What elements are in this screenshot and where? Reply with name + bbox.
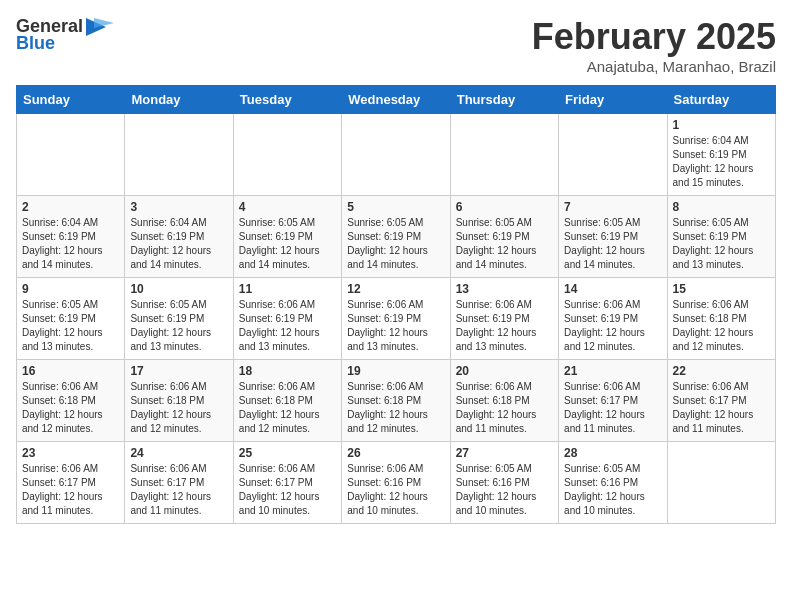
calendar-day-cell: 16Sunrise: 6:06 AM Sunset: 6:18 PM Dayli… — [17, 360, 125, 442]
day-info: Sunrise: 6:06 AM Sunset: 6:17 PM Dayligh… — [239, 462, 336, 518]
day-info: Sunrise: 6:06 AM Sunset: 6:19 PM Dayligh… — [564, 298, 661, 354]
calendar-day-cell: 24Sunrise: 6:06 AM Sunset: 6:17 PM Dayli… — [125, 442, 233, 524]
day-info: Sunrise: 6:06 AM Sunset: 6:18 PM Dayligh… — [239, 380, 336, 436]
day-info: Sunrise: 6:04 AM Sunset: 6:19 PM Dayligh… — [22, 216, 119, 272]
calendar-day-cell: 15Sunrise: 6:06 AM Sunset: 6:18 PM Dayli… — [667, 278, 775, 360]
day-info: Sunrise: 6:05 AM Sunset: 6:16 PM Dayligh… — [564, 462, 661, 518]
location-text: Anajatuba, Maranhao, Brazil — [532, 58, 776, 75]
weekday-header-friday: Friday — [559, 86, 667, 114]
calendar-day-cell: 20Sunrise: 6:06 AM Sunset: 6:18 PM Dayli… — [450, 360, 558, 442]
calendar-day-cell: 6Sunrise: 6:05 AM Sunset: 6:19 PM Daylig… — [450, 196, 558, 278]
calendar-day-cell: 18Sunrise: 6:06 AM Sunset: 6:18 PM Dayli… — [233, 360, 341, 442]
day-number: 13 — [456, 282, 553, 296]
calendar-day-cell: 3Sunrise: 6:04 AM Sunset: 6:19 PM Daylig… — [125, 196, 233, 278]
calendar-header: SundayMondayTuesdayWednesdayThursdayFrid… — [17, 86, 776, 114]
day-number: 25 — [239, 446, 336, 460]
day-number: 12 — [347, 282, 444, 296]
day-info: Sunrise: 6:06 AM Sunset: 6:16 PM Dayligh… — [347, 462, 444, 518]
calendar-empty-cell — [559, 114, 667, 196]
day-number: 10 — [130, 282, 227, 296]
day-info: Sunrise: 6:06 AM Sunset: 6:19 PM Dayligh… — [239, 298, 336, 354]
weekday-header-sunday: Sunday — [17, 86, 125, 114]
calendar-day-cell: 12Sunrise: 6:06 AM Sunset: 6:19 PM Dayli… — [342, 278, 450, 360]
calendar-day-cell: 11Sunrise: 6:06 AM Sunset: 6:19 PM Dayli… — [233, 278, 341, 360]
calendar-day-cell: 4Sunrise: 6:05 AM Sunset: 6:19 PM Daylig… — [233, 196, 341, 278]
day-number: 3 — [130, 200, 227, 214]
day-info: Sunrise: 6:06 AM Sunset: 6:18 PM Dayligh… — [456, 380, 553, 436]
day-info: Sunrise: 6:06 AM Sunset: 6:18 PM Dayligh… — [347, 380, 444, 436]
logo-flag-icon — [86, 18, 114, 36]
day-info: Sunrise: 6:06 AM Sunset: 6:18 PM Dayligh… — [130, 380, 227, 436]
calendar-week-row: 1Sunrise: 6:04 AM Sunset: 6:19 PM Daylig… — [17, 114, 776, 196]
day-info: Sunrise: 6:06 AM Sunset: 6:17 PM Dayligh… — [564, 380, 661, 436]
day-info: Sunrise: 6:05 AM Sunset: 6:19 PM Dayligh… — [347, 216, 444, 272]
title-section: February 2025 Anajatuba, Maranhao, Brazi… — [532, 16, 776, 75]
day-info: Sunrise: 6:05 AM Sunset: 6:19 PM Dayligh… — [564, 216, 661, 272]
day-number: 23 — [22, 446, 119, 460]
calendar-day-cell: 27Sunrise: 6:05 AM Sunset: 6:16 PM Dayli… — [450, 442, 558, 524]
page-header: General Blue February 2025 Anajatuba, Ma… — [16, 16, 776, 75]
day-info: Sunrise: 6:06 AM Sunset: 6:19 PM Dayligh… — [347, 298, 444, 354]
day-number: 9 — [22, 282, 119, 296]
day-number: 26 — [347, 446, 444, 460]
calendar-day-cell: 10Sunrise: 6:05 AM Sunset: 6:19 PM Dayli… — [125, 278, 233, 360]
weekday-header-row: SundayMondayTuesdayWednesdayThursdayFrid… — [17, 86, 776, 114]
calendar-day-cell: 17Sunrise: 6:06 AM Sunset: 6:18 PM Dayli… — [125, 360, 233, 442]
calendar-day-cell: 23Sunrise: 6:06 AM Sunset: 6:17 PM Dayli… — [17, 442, 125, 524]
day-number: 15 — [673, 282, 770, 296]
weekday-header-tuesday: Tuesday — [233, 86, 341, 114]
calendar-day-cell: 1Sunrise: 6:04 AM Sunset: 6:19 PM Daylig… — [667, 114, 775, 196]
calendar-week-row: 16Sunrise: 6:06 AM Sunset: 6:18 PM Dayli… — [17, 360, 776, 442]
day-number: 5 — [347, 200, 444, 214]
day-number: 22 — [673, 364, 770, 378]
day-info: Sunrise: 6:05 AM Sunset: 6:19 PM Dayligh… — [130, 298, 227, 354]
calendar-day-cell: 28Sunrise: 6:05 AM Sunset: 6:16 PM Dayli… — [559, 442, 667, 524]
day-number: 27 — [456, 446, 553, 460]
calendar-day-cell: 19Sunrise: 6:06 AM Sunset: 6:18 PM Dayli… — [342, 360, 450, 442]
day-info: Sunrise: 6:06 AM Sunset: 6:18 PM Dayligh… — [22, 380, 119, 436]
day-info: Sunrise: 6:05 AM Sunset: 6:19 PM Dayligh… — [456, 216, 553, 272]
calendar-empty-cell — [450, 114, 558, 196]
weekday-header-monday: Monday — [125, 86, 233, 114]
calendar-day-cell: 8Sunrise: 6:05 AM Sunset: 6:19 PM Daylig… — [667, 196, 775, 278]
calendar-empty-cell — [233, 114, 341, 196]
day-info: Sunrise: 6:05 AM Sunset: 6:16 PM Dayligh… — [456, 462, 553, 518]
day-number: 1 — [673, 118, 770, 132]
calendar-body: 1Sunrise: 6:04 AM Sunset: 6:19 PM Daylig… — [17, 114, 776, 524]
day-number: 20 — [456, 364, 553, 378]
day-number: 18 — [239, 364, 336, 378]
day-number: 16 — [22, 364, 119, 378]
day-info: Sunrise: 6:05 AM Sunset: 6:19 PM Dayligh… — [239, 216, 336, 272]
day-number: 7 — [564, 200, 661, 214]
day-number: 21 — [564, 364, 661, 378]
day-info: Sunrise: 6:06 AM Sunset: 6:17 PM Dayligh… — [22, 462, 119, 518]
day-number: 8 — [673, 200, 770, 214]
day-number: 17 — [130, 364, 227, 378]
day-info: Sunrise: 6:04 AM Sunset: 6:19 PM Dayligh… — [130, 216, 227, 272]
day-number: 2 — [22, 200, 119, 214]
calendar-day-cell: 9Sunrise: 6:05 AM Sunset: 6:19 PM Daylig… — [17, 278, 125, 360]
month-title: February 2025 — [532, 16, 776, 58]
weekday-header-saturday: Saturday — [667, 86, 775, 114]
calendar-empty-cell — [667, 442, 775, 524]
day-info: Sunrise: 6:06 AM Sunset: 6:19 PM Dayligh… — [456, 298, 553, 354]
calendar-week-row: 9Sunrise: 6:05 AM Sunset: 6:19 PM Daylig… — [17, 278, 776, 360]
weekday-header-thursday: Thursday — [450, 86, 558, 114]
day-info: Sunrise: 6:06 AM Sunset: 6:17 PM Dayligh… — [130, 462, 227, 518]
day-number: 19 — [347, 364, 444, 378]
day-number: 4 — [239, 200, 336, 214]
calendar-table: SundayMondayTuesdayWednesdayThursdayFrid… — [16, 85, 776, 524]
calendar-day-cell: 13Sunrise: 6:06 AM Sunset: 6:19 PM Dayli… — [450, 278, 558, 360]
calendar-day-cell: 26Sunrise: 6:06 AM Sunset: 6:16 PM Dayli… — [342, 442, 450, 524]
day-number: 24 — [130, 446, 227, 460]
calendar-empty-cell — [17, 114, 125, 196]
logo-blue-text: Blue — [16, 33, 55, 54]
day-info: Sunrise: 6:05 AM Sunset: 6:19 PM Dayligh… — [22, 298, 119, 354]
calendar-day-cell: 5Sunrise: 6:05 AM Sunset: 6:19 PM Daylig… — [342, 196, 450, 278]
calendar-day-cell: 22Sunrise: 6:06 AM Sunset: 6:17 PM Dayli… — [667, 360, 775, 442]
day-info: Sunrise: 6:06 AM Sunset: 6:17 PM Dayligh… — [673, 380, 770, 436]
day-info: Sunrise: 6:04 AM Sunset: 6:19 PM Dayligh… — [673, 134, 770, 190]
day-info: Sunrise: 6:05 AM Sunset: 6:19 PM Dayligh… — [673, 216, 770, 272]
day-info: Sunrise: 6:06 AM Sunset: 6:18 PM Dayligh… — [673, 298, 770, 354]
calendar-day-cell: 21Sunrise: 6:06 AM Sunset: 6:17 PM Dayli… — [559, 360, 667, 442]
